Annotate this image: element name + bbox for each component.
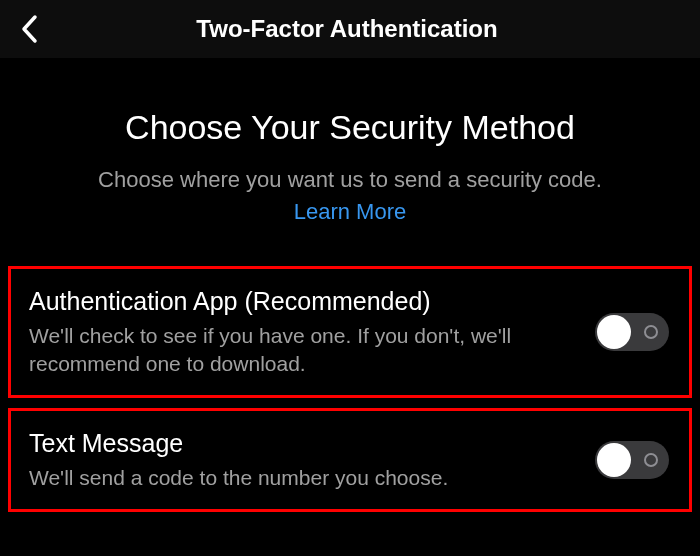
option-title: Authentication App (Recommended) xyxy=(29,287,575,316)
option-text: Text Message We'll send a code to the nu… xyxy=(29,429,595,491)
option-text: Authentication App (Recommended) We'll c… xyxy=(29,287,595,377)
option-description: We'll check to see if you have one. If y… xyxy=(29,322,575,377)
page-subtitle: Choose where you want us to send a secur… xyxy=(30,165,670,226)
toggle-ring-icon xyxy=(644,453,658,467)
subtitle-text: Choose where you want us to send a secur… xyxy=(98,167,602,192)
toggle-text-message[interactable] xyxy=(595,441,669,479)
option-description: We'll send a code to the number you choo… xyxy=(29,464,575,491)
intro-section: Choose Your Security Method Choose where… xyxy=(0,58,700,256)
page-title: Choose Your Security Method xyxy=(30,108,670,147)
options-list: Authentication App (Recommended) We'll c… xyxy=(0,266,700,512)
page-header-title: Two-Factor Authentication xyxy=(14,15,680,43)
learn-more-link[interactable]: Learn More xyxy=(294,197,407,227)
option-title: Text Message xyxy=(29,429,575,458)
toggle-ring-icon xyxy=(644,325,658,339)
header-bar: Two-Factor Authentication xyxy=(0,0,700,58)
toggle-knob-icon xyxy=(597,315,631,349)
option-text-message[interactable]: Text Message We'll send a code to the nu… xyxy=(8,408,692,512)
toggle-knob-icon xyxy=(597,443,631,477)
option-authentication-app[interactable]: Authentication App (Recommended) We'll c… xyxy=(8,266,692,398)
toggle-authentication-app[interactable] xyxy=(595,313,669,351)
